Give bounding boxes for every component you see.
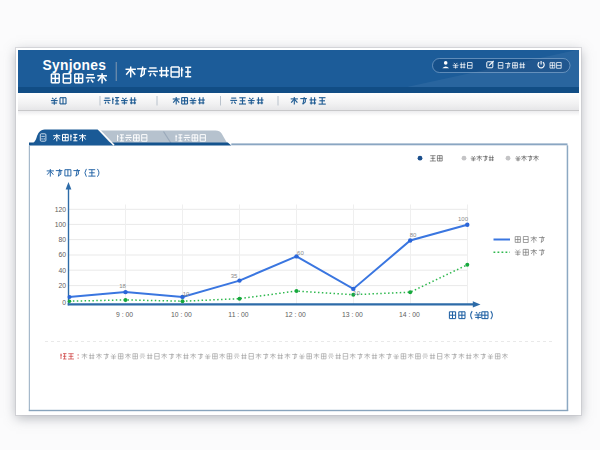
svg-text:13 : 00: 13 : 00 — [342, 311, 363, 318]
svg-text:60: 60 — [58, 251, 66, 258]
svg-text:18: 18 — [119, 283, 126, 289]
svg-text:10: 10 — [183, 291, 190, 297]
svg-text:20: 20 — [58, 282, 66, 289]
svg-text:100: 100 — [55, 221, 67, 228]
svg-text:9 : 00: 9 : 00 — [116, 311, 133, 318]
svg-text:80: 80 — [58, 236, 66, 243]
svg-text:10 : 00: 10 : 00 — [171, 311, 192, 318]
svg-text:100: 100 — [458, 216, 469, 222]
svg-text:35: 35 — [231, 273, 238, 279]
svg-text:10: 10 — [353, 290, 360, 296]
svg-text:Synjones: Synjones — [43, 58, 107, 73]
svg-text:0: 0 — [62, 299, 66, 306]
svg-text:80: 80 — [410, 232, 417, 238]
svg-text:12 : 00: 12 : 00 — [285, 311, 306, 318]
svg-text:120: 120 — [55, 206, 67, 213]
svg-text:11 : 00: 11 : 00 — [228, 311, 249, 318]
svg-text:40: 40 — [58, 267, 66, 274]
svg-text:14 : 00: 14 : 00 — [399, 311, 420, 318]
svg-text:60: 60 — [297, 250, 304, 256]
